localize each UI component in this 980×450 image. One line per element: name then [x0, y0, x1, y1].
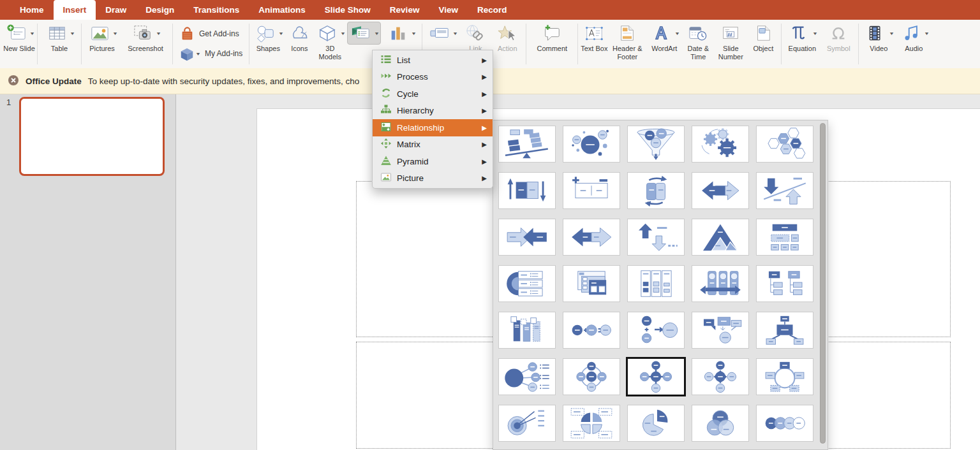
dropdown-caret-icon: ▼	[452, 31, 458, 36]
table-button[interactable]: ▼Table	[40, 22, 79, 66]
date-time-button[interactable]: Date & Time	[682, 22, 714, 66]
smartart-layout-counterbalance-arrows[interactable]	[498, 172, 556, 209]
ribbon-separator	[526, 24, 526, 64]
menu-item-cycle[interactable]: Cycle▶	[373, 85, 493, 103]
smartart-layout-vertical-column-list[interactable]	[627, 265, 685, 302]
zoom-icon: ▼	[427, 22, 457, 45]
menu-item-label: Cycle	[397, 89, 477, 99]
smartart-layout-diverging-arrows[interactable]	[563, 219, 620, 256]
smartart-layout-balance[interactable]	[498, 126, 556, 163]
smartart-layout-plus-and-minus[interactable]	[563, 172, 620, 209]
3d-models-button[interactable]: ▼3D Models	[314, 22, 346, 66]
smartart-layout-reverse-cycle[interactable]	[627, 172, 685, 209]
video-button[interactable]: ▼Video	[861, 22, 896, 66]
ribbon-separator	[781, 24, 782, 64]
dropdown-caret-icon: ▼	[924, 31, 930, 36]
smartart-layout-up-down-arrows[interactable]	[627, 219, 685, 256]
menu-item-label: Hierarchy	[397, 106, 477, 115]
gallery-scrollbar[interactable]	[820, 123, 826, 447]
menu-item-pyramid[interactable]: Pyramid▶	[373, 153, 493, 170]
tab-design[interactable]: Design	[136, 0, 184, 20]
scrollbar-thumb[interactable]	[820, 123, 826, 444]
tab-review[interactable]: Review	[380, 0, 429, 20]
equation-button[interactable]: ▼Equation	[783, 22, 820, 66]
tab-animations[interactable]: Animations	[249, 0, 315, 20]
smartart-layout-alternating-hexagons[interactable]	[756, 126, 813, 163]
smartart-layout-gear[interactable]	[692, 126, 749, 163]
pictures-button[interactable]: ▼Pictures	[84, 22, 121, 66]
smartart-layout-basic-venn[interactable]	[692, 405, 749, 442]
object-button[interactable]: Object	[747, 22, 779, 66]
tab-record[interactable]: Record	[468, 0, 517, 20]
smartart-layout-converging-radial[interactable]	[692, 358, 749, 395]
smartart-layout-callout-circle[interactable]	[692, 312, 749, 349]
menu-item-relationship[interactable]: Relationship▶	[373, 119, 493, 136]
comment-button[interactable]: Comment	[528, 22, 575, 66]
submenu-arrow-icon: ▶	[482, 175, 487, 182]
smartart-layout-half-circle-list[interactable]	[498, 265, 556, 302]
tab-insert[interactable]: Insert	[54, 0, 96, 20]
smartart-layout-radial-list[interactable]	[498, 358, 556, 395]
menu-item-hierarchy[interactable]: Hierarchy▶	[373, 103, 493, 120]
menu-item-list[interactable]: List▶	[373, 52, 493, 69]
smartart-layout-converging-arrows[interactable]	[498, 219, 556, 256]
smartart-layout-bubble-cluster[interactable]	[563, 126, 620, 163]
smartart-layout-basic-pie[interactable]	[627, 405, 685, 442]
ribbon-group-slides: ▼New Slide	[3, 20, 36, 68]
header-footer-button[interactable]: Header & Footer	[608, 22, 646, 66]
hierarchy-category-icon	[380, 104, 392, 117]
my-add-ins-icon: ▼	[179, 47, 200, 62]
smartart-layout-cycle-relationship[interactable]	[756, 358, 813, 395]
submenu-arrow-icon: ▶	[482, 73, 487, 80]
tab-bar: HomeInsertDrawDesignTransitionsAnimation…	[0, 0, 980, 20]
close-icon[interactable]	[8, 75, 19, 88]
tab-home[interactable]: Home	[10, 0, 54, 20]
menu-item-picture[interactable]: Picture▶	[373, 170, 493, 187]
tab-transitions[interactable]: Transitions	[184, 0, 249, 20]
tab-slide-show[interactable]: Slide Show	[315, 0, 380, 20]
ribbon-button-label: Comment	[537, 45, 567, 53]
text-box-button[interactable]: Text Box	[580, 22, 608, 66]
smartart-layout-arrow-balance[interactable]	[756, 172, 813, 209]
wordart-button[interactable]: ▼WordArt	[646, 22, 682, 66]
new-slide-button[interactable]: ▼New Slide	[3, 22, 35, 66]
ribbon-separator	[577, 24, 578, 64]
ribbon-group-comments: Comment	[528, 20, 576, 68]
screenshot-button[interactable]: ▼Screenshot	[121, 22, 170, 66]
smartart-layout-radial-target-list[interactable]	[498, 405, 556, 442]
my-add-ins-button[interactable]: ▼My Add-ins	[179, 47, 242, 62]
smartart-layout-stacked-list[interactable]	[756, 219, 813, 256]
tab-view[interactable]: View	[429, 0, 468, 20]
menu-item-matrix[interactable]: Matrix▶	[373, 136, 493, 154]
smartart-layout-quadrant-callouts[interactable]	[563, 405, 620, 442]
slide-number-button[interactable]: Slide Number	[714, 22, 747, 66]
smartart-layout-basic-radial[interactable]	[563, 358, 620, 395]
menu-item-process[interactable]: Process▶	[373, 69, 493, 86]
smartart-layout-vertical-equation[interactable]	[627, 312, 685, 349]
smartart-layout-labeled-hierarchy[interactable]	[756, 312, 813, 349]
dropdown-caret-icon: ▼	[69, 31, 75, 36]
icons-button[interactable]: Icons	[285, 22, 314, 66]
ribbon-button-label: Text Box	[581, 45, 607, 53]
dropdown-caret-icon: ▼	[155, 31, 161, 36]
smartart-layout-nested-frames[interactable]	[563, 265, 620, 302]
shapes-button[interactable]: ▼Shapes	[251, 22, 285, 66]
ribbon-group-text: Text BoxHeader & Footer▼WordArtDate & Ti…	[579, 20, 780, 68]
smartart-layout-opposing-arrows[interactable]	[692, 172, 749, 209]
get-add-ins-icon	[179, 27, 195, 42]
smartart-layout-picture-accent-bars[interactable]	[498, 312, 556, 349]
dropdown-caret-icon: ▼	[195, 52, 201, 56]
smartart-layout-funnel[interactable]	[627, 126, 685, 163]
audio-button[interactable]: ▼Audio	[896, 22, 931, 66]
smartart-layout-linear-venn[interactable]	[756, 405, 813, 442]
smartart-layout-paired-hierarchy[interactable]	[756, 265, 813, 302]
get-add-ins-button[interactable]: Get Add-ins	[179, 27, 242, 42]
smartart-layout-picture-column-arrows[interactable]	[692, 265, 749, 302]
slide-thumbnail[interactable]	[19, 97, 165, 176]
submenu-arrow-icon: ▶	[482, 107, 487, 114]
powerpoint-window: HomeInsertDrawDesignTransitionsAnimation…	[0, 0, 980, 450]
smartart-layout-segmented-pyramid[interactable]	[692, 219, 749, 256]
smartart-layout-diverging-radial[interactable]	[627, 358, 685, 395]
smartart-layout-equation[interactable]	[563, 312, 620, 349]
tab-draw[interactable]: Draw	[96, 0, 136, 20]
